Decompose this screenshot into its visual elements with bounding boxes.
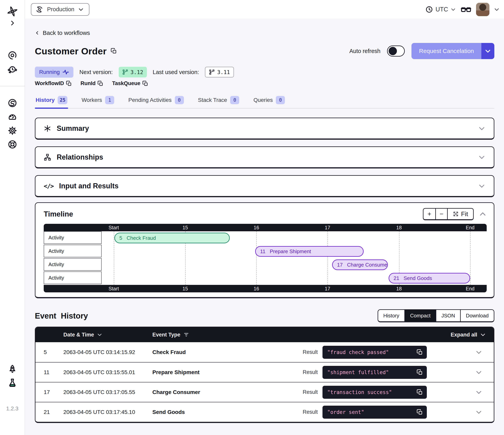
gridline <box>114 231 114 285</box>
input-results-section-header[interactable]: </> Input and Results <box>35 175 494 197</box>
run-id-item: RunId <box>81 80 103 86</box>
next-version-badge: 3.12 <box>119 67 147 77</box>
copy-result-button[interactable] <box>417 349 423 355</box>
timeline-plot: 5Check Fraud 11Prepare Shipment 17Charge… <box>102 231 487 285</box>
axis-tick: 15 <box>182 286 188 292</box>
event-datetime: 2063-04-05 UTC 03:14:15.92 <box>57 349 152 355</box>
tab-history[interactable]: History25 <box>35 95 68 108</box>
event-type-column-header[interactable]: Event Type <box>152 332 451 338</box>
auto-refresh-toggle[interactable] <box>387 46 405 56</box>
event-id: 5 <box>36 349 57 355</box>
event-datetime: 2063-04-05 UTC 03:17:45.10 <box>57 409 152 415</box>
relationships-section-header[interactable]: Relationships <box>35 146 494 168</box>
axis-tick: 16 <box>253 225 259 231</box>
expand-row-chevron-icon[interactable] <box>427 409 494 416</box>
summary-section-header[interactable]: Summary <box>35 118 494 140</box>
namespace-switcher[interactable]: Production <box>31 3 89 16</box>
last-version-label: Last used version: <box>153 69 199 75</box>
timeline-row-label: Activity <box>44 271 102 284</box>
chevron-down-icon <box>480 332 486 338</box>
chevron-down-icon <box>485 48 491 54</box>
view-mode-compact[interactable]: Compact <box>404 310 436 321</box>
chevron-down-icon <box>478 153 486 161</box>
zoom-out-button[interactable]: − <box>435 209 447 219</box>
date-time-column-header[interactable]: Date & Time <box>57 332 152 338</box>
back-to-workflows-link[interactable]: Back to workflows <box>35 29 90 36</box>
timeline-bar-check-fraud[interactable]: 5Check Fraud <box>114 233 230 243</box>
result-label: Result <box>303 349 318 355</box>
timeline-axis-top: Start 15 16 17 18 End <box>44 224 487 231</box>
support-icon[interactable] <box>8 139 17 149</box>
download-button[interactable]: Download <box>460 310 494 321</box>
tab-count-badge: 0 <box>175 96 184 104</box>
event-id: 11 <box>36 369 57 376</box>
workflows-icon[interactable] <box>8 50 17 60</box>
namespace-label: Production <box>47 6 74 13</box>
rocket-icon[interactable] <box>8 364 17 374</box>
tab-workers[interactable]: Workers1 <box>81 95 115 108</box>
axis-tick: Start <box>108 225 119 231</box>
nexus-icon[interactable] <box>8 98 17 108</box>
copy-workflow-name-button[interactable] <box>111 48 117 54</box>
timeline-bar-prepare-shipment[interactable]: 11Prepare Shipment <box>255 246 364 257</box>
axis-tick: Start <box>108 286 119 292</box>
expand-row-chevron-icon[interactable] <box>427 389 494 396</box>
expand-row-chevron-icon[interactable] <box>427 369 494 376</box>
account-menu-chevron-icon[interactable] <box>494 7 500 12</box>
chevron-down-icon <box>450 7 456 12</box>
chevron-down-icon <box>97 332 102 337</box>
chevron-down-icon <box>478 125 486 132</box>
view-mode-json[interactable]: JSON <box>436 310 460 321</box>
glasses-icon[interactable] <box>460 5 472 14</box>
tab-stack-trace[interactable]: Stack Trace0 <box>197 95 240 108</box>
timeline-title: Timeline <box>44 210 73 218</box>
settings-gear-icon[interactable] <box>8 126 17 136</box>
toggle-knob <box>389 47 397 55</box>
expand-row-chevron-icon[interactable] <box>427 349 494 356</box>
result-chip: "transaction success" <box>323 386 427 399</box>
user-avatar[interactable] <box>476 3 489 16</box>
copy-workflow-id-button[interactable] <box>66 81 72 86</box>
clock-icon <box>425 6 433 13</box>
timeline-bar-send-goods[interactable]: 21Send Goods <box>389 273 470 284</box>
labs-flask-icon[interactable] <box>7 378 18 388</box>
timeline-bar-charge-consumer[interactable]: 17Charge Consumer <box>332 259 388 270</box>
event-type: Send Goods <box>152 409 303 415</box>
timeline-row-label: Activity <box>44 231 102 244</box>
expand-all-button[interactable]: Expand all <box>451 332 494 338</box>
main-content: Back to workflows Customer Order Auto re… <box>25 19 504 435</box>
cancelation-menu-button[interactable] <box>481 43 494 59</box>
status-badge: Running <box>35 67 73 78</box>
branch-icon <box>122 69 128 75</box>
event-row: 11 2063-04-05 UTC 03:15:55.01 Prepare Sh… <box>36 362 494 382</box>
copy-run-id-button[interactable] <box>98 81 103 86</box>
copy-result-button[interactable] <box>417 389 423 395</box>
axis-tick: End <box>466 225 475 231</box>
axis-tick: 18 <box>396 225 402 231</box>
timezone-selector[interactable]: UTC <box>425 6 456 13</box>
copy-task-queue-button[interactable] <box>142 81 148 86</box>
topbar: Production UTC <box>25 0 504 19</box>
event-history-view-switcher: History Compact JSON Download <box>378 309 494 322</box>
view-mode-history[interactable]: History <box>378 310 404 321</box>
event-row: 17 2063-04-05 UTC 03:17:05.55 Charge Con… <box>36 382 494 402</box>
branch-icon <box>209 69 215 75</box>
copy-result-button[interactable] <box>417 409 423 415</box>
copy-result-button[interactable] <box>417 369 423 376</box>
request-cancelation-button[interactable]: Request Cancelation <box>412 43 481 59</box>
schedules-icon[interactable] <box>8 65 17 74</box>
fit-button[interactable]: Fit <box>447 209 473 219</box>
temporal-logo-icon[interactable] <box>7 6 18 17</box>
tab-pending-activities[interactable]: Pending Activities0 <box>127 95 184 108</box>
tab-queries[interactable]: Queries0 <box>252 95 286 108</box>
collapse-timeline-chevron-icon[interactable] <box>479 210 487 218</box>
expand-sidebar-chevron-icon[interactable] <box>9 20 16 26</box>
event-history-table: Date & Time Event Type Expand all 5 2063… <box>35 327 494 423</box>
usage-gauge-icon[interactable] <box>8 112 17 122</box>
zoom-in-button[interactable]: + <box>423 209 435 219</box>
request-cancelation-split-button: Request Cancelation <box>412 43 494 59</box>
tab-count-badge: 0 <box>276 96 285 104</box>
page-title: Customer Order <box>35 46 107 56</box>
task-queue-item: TaskQueue <box>112 80 148 86</box>
timeline-row-label: Activity <box>44 258 102 271</box>
